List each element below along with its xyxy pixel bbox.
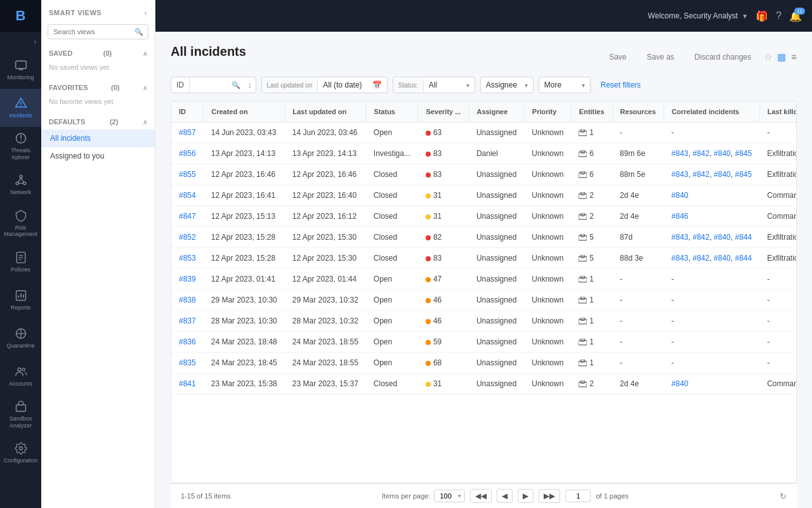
- cell-id: #853: [171, 248, 204, 269]
- sidebar-item-accounts[interactable]: Accounts: [0, 357, 41, 395]
- cell-assignee: Unassigned: [469, 122, 524, 143]
- correlated-link[interactable]: #843: [671, 254, 688, 263]
- save-button[interactable]: Save: [601, 49, 634, 65]
- incident-id-link[interactable]: #853: [179, 254, 196, 263]
- last-page-button[interactable]: ▶▶: [539, 489, 560, 503]
- incident-id-link[interactable]: #837: [179, 316, 196, 325]
- id-sort-icon[interactable]: ↕: [244, 78, 256, 92]
- correlated-link[interactable]: #840: [714, 233, 731, 242]
- cell-killchain: -: [759, 269, 797, 290]
- id-search-icon[interactable]: 🔍: [228, 78, 244, 93]
- correlated-link[interactable]: #842: [693, 233, 710, 242]
- calendar-icon[interactable]: 📅: [367, 77, 387, 93]
- filter-icon[interactable]: ▩: [777, 51, 786, 63]
- correlated-link[interactable]: #840: [671, 191, 688, 200]
- last-updated-value: All (to date): [318, 77, 367, 93]
- cell-priority: Unknown: [524, 332, 571, 353]
- cell-created: 23 Mar 2023, 15:38: [204, 374, 285, 394]
- correlated-link[interactable]: #842: [693, 170, 710, 179]
- prev-page-button[interactable]: ◀: [497, 489, 513, 503]
- incident-id-link[interactable]: #854: [179, 191, 196, 200]
- incident-id-link[interactable]: #835: [179, 358, 196, 367]
- welcome-dropdown-icon[interactable]: ▼: [742, 13, 748, 20]
- collapse-icon[interactable]: ‹: [145, 9, 147, 16]
- correlated-link[interactable]: #843: [671, 170, 688, 179]
- cell-status: Closed: [366, 227, 418, 248]
- correlated-link[interactable]: #840: [714, 254, 731, 263]
- search-views-input[interactable]: [48, 24, 148, 39]
- sidebar-item-sandbox[interactable]: Sandbox Analyzer: [0, 395, 41, 434]
- sidebar-toggle[interactable]: ›: [0, 32, 41, 51]
- help-icon[interactable]: ?: [776, 10, 782, 22]
- columns-icon[interactable]: ≡: [791, 51, 797, 62]
- status-select[interactable]: All: [424, 77, 475, 93]
- nav-all-incidents[interactable]: All incidents: [41, 129, 155, 147]
- sandbox-icon: [15, 400, 27, 413]
- correlated-link[interactable]: #843: [671, 233, 688, 242]
- correlated-link[interactable]: #842: [693, 149, 710, 158]
- cell-killchain: -: [759, 332, 797, 353]
- correlated-link[interactable]: #845: [735, 149, 752, 158]
- correlated-link[interactable]: #840: [714, 149, 731, 158]
- correlated-link[interactable]: #843: [671, 149, 688, 158]
- correlated-link[interactable]: #846: [671, 212, 688, 221]
- sidebar-item-policies[interactable]: Policies: [0, 243, 41, 281]
- incident-id-link[interactable]: #855: [179, 170, 196, 179]
- correlated-link[interactable]: #844: [735, 233, 752, 242]
- cell-killchain: -: [759, 353, 797, 374]
- saved-toggle[interactable]: ∧: [143, 50, 147, 57]
- correlated-link[interactable]: #840: [714, 170, 731, 179]
- cell-entities: 1: [571, 122, 612, 143]
- threats-label: Threats Xplorer: [3, 147, 39, 161]
- sidebar-item-network[interactable]: Network: [0, 166, 41, 204]
- save-as-button[interactable]: Save as: [639, 49, 681, 65]
- discard-button[interactable]: Discard changes: [687, 49, 759, 65]
- incident-id-link[interactable]: #839: [179, 275, 196, 283]
- incident-id-link[interactable]: #856: [179, 149, 196, 158]
- cell-id: #852: [171, 227, 204, 248]
- reset-filters-button[interactable]: Reset filters: [596, 78, 646, 92]
- sidebar-item-risk[interactable]: Risk Management: [0, 204, 41, 244]
- cell-resources: 88m 5e: [612, 164, 664, 185]
- policies-label: Policies: [11, 266, 30, 273]
- incident-id-link[interactable]: #841: [179, 379, 196, 388]
- sidebar-item-monitoring[interactable]: Monitoring: [0, 51, 41, 89]
- cell-created: 24 Mar 2023, 18:45: [204, 353, 285, 374]
- row-range: 1-15 of 15 items: [181, 492, 231, 500]
- id-filter-input[interactable]: [190, 77, 228, 93]
- correlated-link[interactable]: #845: [735, 170, 752, 179]
- incident-id-link[interactable]: #852: [179, 233, 196, 242]
- correlated-link[interactable]: #842: [693, 254, 710, 263]
- favorites-toggle[interactable]: ∧: [143, 84, 147, 91]
- incident-id-link[interactable]: #836: [179, 337, 196, 346]
- incident-id-link[interactable]: #838: [179, 296, 196, 304]
- nav-assigned-to-you[interactable]: Assigned to you: [41, 147, 155, 165]
- table-row: #838 29 Mar 2023, 10:30 29 Mar 2023, 10:…: [171, 290, 797, 311]
- refresh-icon[interactable]: ↻: [780, 492, 787, 501]
- sidebar-item-incidents[interactable]: Incidents: [0, 89, 41, 127]
- notification-badge: 11: [794, 8, 805, 15]
- defaults-toggle[interactable]: ∧: [143, 119, 147, 126]
- next-page-button[interactable]: ▶: [518, 489, 534, 503]
- sidebar-item-threats[interactable]: Threats Xplorer: [0, 127, 41, 166]
- cell-priority: Unknown: [524, 206, 571, 227]
- sidebar-item-quarantine[interactable]: Quarantine: [0, 319, 41, 357]
- items-per-page-select[interactable]: 100: [434, 490, 465, 502]
- assignee-filter: Assignee: [480, 77, 534, 93]
- sidebar-item-reports[interactable]: Reports: [0, 281, 41, 319]
- sidebar-item-config[interactable]: Configuration: [0, 434, 41, 472]
- more-select[interactable]: More: [539, 77, 590, 93]
- correlated-link[interactable]: #840: [671, 379, 688, 388]
- correlated-link[interactable]: #844: [735, 254, 752, 263]
- svg-point-7: [19, 175, 22, 178]
- first-page-button[interactable]: ◀◀: [470, 489, 492, 503]
- notifications-icon[interactable]: 🔔 11: [789, 10, 802, 22]
- assignee-select[interactable]: Assignee: [481, 77, 533, 93]
- incident-id-link[interactable]: #857: [179, 128, 196, 137]
- cell-created: 14 Jun 2023, 03:43: [204, 122, 285, 143]
- page-input[interactable]: [565, 490, 591, 502]
- star-icon[interactable]: ☆: [764, 51, 772, 63]
- more-filter: More: [539, 77, 591, 93]
- incident-id-link[interactable]: #847: [179, 212, 196, 221]
- gift-icon[interactable]: 🎁: [756, 10, 768, 22]
